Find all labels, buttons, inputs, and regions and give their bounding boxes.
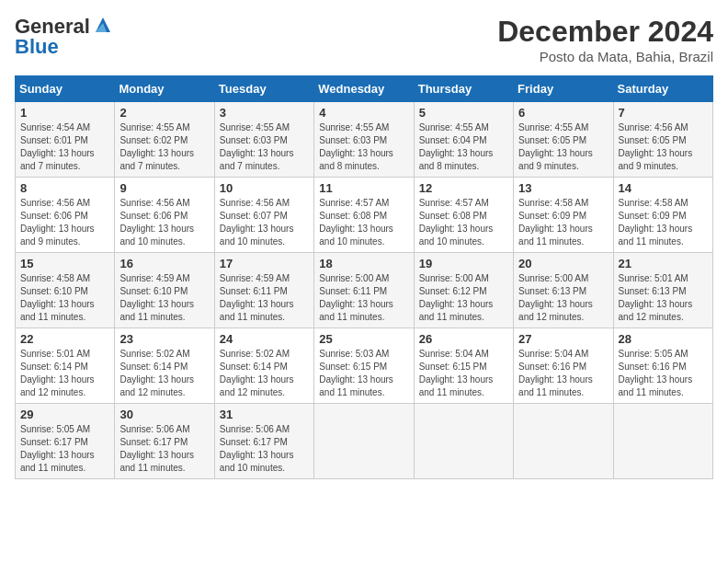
table-row: 23Sunrise: 5:02 AMSunset: 6:14 PMDayligh… bbox=[115, 328, 214, 404]
day-info: Sunrise: 4:56 AMSunset: 6:06 PMDaylight:… bbox=[119, 197, 209, 248]
day-number: 16 bbox=[119, 257, 209, 270]
table-row: 6Sunrise: 4:55 AMSunset: 6:05 PMDaylight… bbox=[514, 102, 613, 178]
day-info: Sunrise: 4:58 AMSunset: 6:09 PMDaylight:… bbox=[518, 197, 608, 248]
day-number: 22 bbox=[20, 332, 109, 346]
table-row: 26Sunrise: 5:04 AMSunset: 6:15 PMDayligh… bbox=[414, 328, 513, 404]
table-row: 9Sunrise: 4:56 AMSunset: 6:06 PMDaylight… bbox=[115, 178, 214, 253]
table-row: 5Sunrise: 4:55 AMSunset: 6:04 PMDaylight… bbox=[414, 102, 513, 178]
day-number: 26 bbox=[419, 332, 508, 346]
day-number: 19 bbox=[419, 257, 508, 270]
day-number: 21 bbox=[619, 257, 708, 270]
table-row: 15Sunrise: 4:58 AMSunset: 6:10 PMDayligh… bbox=[16, 253, 115, 328]
table-row: 16Sunrise: 4:59 AMSunset: 6:10 PMDayligh… bbox=[115, 253, 214, 328]
header-monday: Monday bbox=[115, 76, 214, 102]
table-row: 8Sunrise: 4:56 AMSunset: 6:06 PMDaylight… bbox=[16, 178, 115, 253]
day-info: Sunrise: 4:59 AMSunset: 6:10 PMDaylight:… bbox=[119, 272, 209, 324]
table-row: 27Sunrise: 5:04 AMSunset: 6:16 PMDayligh… bbox=[514, 328, 613, 404]
day-number: 27 bbox=[518, 332, 608, 346]
table-row: 20Sunrise: 5:00 AMSunset: 6:13 PMDayligh… bbox=[514, 253, 613, 328]
day-info: Sunrise: 5:04 AMSunset: 6:15 PMDaylight:… bbox=[419, 348, 508, 399]
day-info: Sunrise: 5:05 AMSunset: 6:16 PMDaylight:… bbox=[619, 348, 708, 399]
calendar-week-row: 22Sunrise: 5:01 AMSunset: 6:14 PMDayligh… bbox=[16, 328, 713, 404]
day-number: 10 bbox=[220, 181, 309, 195]
day-number: 12 bbox=[419, 181, 508, 195]
table-row: 3Sunrise: 4:55 AMSunset: 6:03 PMDaylight… bbox=[214, 102, 313, 178]
day-info: Sunrise: 5:00 AMSunset: 6:13 PMDaylight:… bbox=[518, 272, 608, 324]
calendar-week-row: 29Sunrise: 5:05 AMSunset: 6:17 PMDayligh… bbox=[16, 404, 713, 479]
day-info: Sunrise: 4:55 AMSunset: 6:05 PMDaylight:… bbox=[518, 121, 608, 173]
day-number: 13 bbox=[518, 181, 608, 195]
header-saturday: Saturday bbox=[613, 76, 712, 102]
table-row: 28Sunrise: 5:05 AMSunset: 6:16 PMDayligh… bbox=[613, 328, 712, 404]
day-number: 31 bbox=[220, 408, 309, 421]
day-info: Sunrise: 5:03 AMSunset: 6:15 PMDaylight:… bbox=[319, 348, 408, 399]
day-info: Sunrise: 4:59 AMSunset: 6:11 PMDaylight:… bbox=[220, 272, 309, 324]
table-row: 17Sunrise: 4:59 AMSunset: 6:11 PMDayligh… bbox=[214, 253, 313, 328]
day-number: 8 bbox=[20, 181, 109, 195]
day-info: Sunrise: 5:00 AMSunset: 6:11 PMDaylight:… bbox=[319, 272, 408, 324]
table-row: 12Sunrise: 4:57 AMSunset: 6:08 PMDayligh… bbox=[414, 178, 513, 253]
day-number: 25 bbox=[319, 332, 408, 346]
calendar-header-row: Sunday Monday Tuesday Wednesday Thursday… bbox=[16, 76, 713, 102]
day-info: Sunrise: 4:56 AMSunset: 6:05 PMDaylight:… bbox=[619, 121, 708, 173]
calendar-week-row: 8Sunrise: 4:56 AMSunset: 6:06 PMDaylight… bbox=[16, 178, 713, 253]
day-number: 3 bbox=[220, 106, 309, 120]
day-number: 30 bbox=[119, 408, 209, 421]
table-row bbox=[414, 404, 513, 479]
table-row: 30Sunrise: 5:06 AMSunset: 6:17 PMDayligh… bbox=[115, 404, 214, 479]
table-row: 11Sunrise: 4:57 AMSunset: 6:08 PMDayligh… bbox=[314, 178, 414, 253]
day-number: 5 bbox=[419, 106, 508, 120]
day-number: 18 bbox=[319, 257, 408, 270]
day-info: Sunrise: 5:00 AMSunset: 6:12 PMDaylight:… bbox=[419, 272, 508, 324]
table-row: 22Sunrise: 5:01 AMSunset: 6:14 PMDayligh… bbox=[16, 328, 115, 404]
page-header: General Blue December 2024 Posto da Mata… bbox=[15, 15, 713, 64]
day-info: Sunrise: 5:01 AMSunset: 6:14 PMDaylight:… bbox=[20, 348, 109, 399]
day-info: Sunrise: 5:02 AMSunset: 6:14 PMDaylight:… bbox=[119, 348, 209, 399]
day-info: Sunrise: 4:54 AMSunset: 6:01 PMDaylight:… bbox=[20, 121, 109, 173]
table-row: 19Sunrise: 5:00 AMSunset: 6:12 PMDayligh… bbox=[414, 253, 513, 328]
day-info: Sunrise: 5:04 AMSunset: 6:16 PMDaylight:… bbox=[518, 348, 608, 399]
calendar-subtitle: Posto da Mata, Bahia, Brazil bbox=[497, 49, 713, 64]
table-row bbox=[514, 404, 613, 479]
day-info: Sunrise: 5:01 AMSunset: 6:13 PMDaylight:… bbox=[619, 272, 708, 324]
table-row: 2Sunrise: 4:55 AMSunset: 6:02 PMDaylight… bbox=[115, 102, 214, 178]
table-row: 25Sunrise: 5:03 AMSunset: 6:15 PMDayligh… bbox=[314, 328, 414, 404]
day-number: 20 bbox=[518, 257, 608, 270]
table-row: 1Sunrise: 4:54 AMSunset: 6:01 PMDaylight… bbox=[16, 102, 115, 178]
table-row bbox=[613, 404, 712, 479]
header-friday: Friday bbox=[514, 76, 613, 102]
day-number: 17 bbox=[220, 257, 309, 270]
logo-icon bbox=[92, 14, 114, 36]
day-number: 7 bbox=[619, 106, 708, 120]
table-row: 13Sunrise: 4:58 AMSunset: 6:09 PMDayligh… bbox=[514, 178, 613, 253]
table-row: 4Sunrise: 4:55 AMSunset: 6:03 PMDaylight… bbox=[314, 102, 414, 178]
day-number: 14 bbox=[619, 181, 708, 195]
day-info: Sunrise: 4:55 AMSunset: 6:04 PMDaylight:… bbox=[419, 121, 508, 173]
table-row: 31Sunrise: 5:06 AMSunset: 6:17 PMDayligh… bbox=[214, 404, 313, 479]
day-info: Sunrise: 4:58 AMSunset: 6:10 PMDaylight:… bbox=[20, 272, 109, 324]
calendar-week-row: 15Sunrise: 4:58 AMSunset: 6:10 PMDayligh… bbox=[16, 253, 713, 328]
day-number: 23 bbox=[119, 332, 209, 346]
table-row: 24Sunrise: 5:02 AMSunset: 6:14 PMDayligh… bbox=[214, 328, 313, 404]
table-row: 29Sunrise: 5:05 AMSunset: 6:17 PMDayligh… bbox=[16, 404, 115, 479]
day-number: 6 bbox=[518, 106, 608, 120]
day-number: 15 bbox=[20, 257, 109, 270]
day-info: Sunrise: 5:02 AMSunset: 6:14 PMDaylight:… bbox=[220, 348, 309, 399]
day-number: 1 bbox=[20, 106, 109, 120]
table-row: 18Sunrise: 5:00 AMSunset: 6:11 PMDayligh… bbox=[314, 253, 414, 328]
day-info: Sunrise: 4:55 AMSunset: 6:03 PMDaylight:… bbox=[220, 121, 309, 173]
day-number: 24 bbox=[220, 332, 309, 346]
day-number: 2 bbox=[119, 106, 209, 120]
table-row: 21Sunrise: 5:01 AMSunset: 6:13 PMDayligh… bbox=[613, 253, 712, 328]
calendar-title: December 2024 bbox=[497, 15, 713, 49]
day-number: 4 bbox=[319, 106, 408, 120]
day-info: Sunrise: 4:56 AMSunset: 6:07 PMDaylight:… bbox=[220, 197, 309, 248]
table-row: 7Sunrise: 4:56 AMSunset: 6:05 PMDaylight… bbox=[613, 102, 712, 178]
day-info: Sunrise: 4:58 AMSunset: 6:09 PMDaylight:… bbox=[619, 197, 708, 248]
logo: General Blue bbox=[15, 15, 114, 59]
day-info: Sunrise: 4:56 AMSunset: 6:06 PMDaylight:… bbox=[20, 197, 109, 248]
header-wednesday: Wednesday bbox=[314, 76, 414, 102]
day-info: Sunrise: 5:06 AMSunset: 6:17 PMDaylight:… bbox=[119, 423, 209, 475]
header-thursday: Thursday bbox=[414, 76, 513, 102]
day-info: Sunrise: 5:05 AMSunset: 6:17 PMDaylight:… bbox=[20, 423, 109, 475]
